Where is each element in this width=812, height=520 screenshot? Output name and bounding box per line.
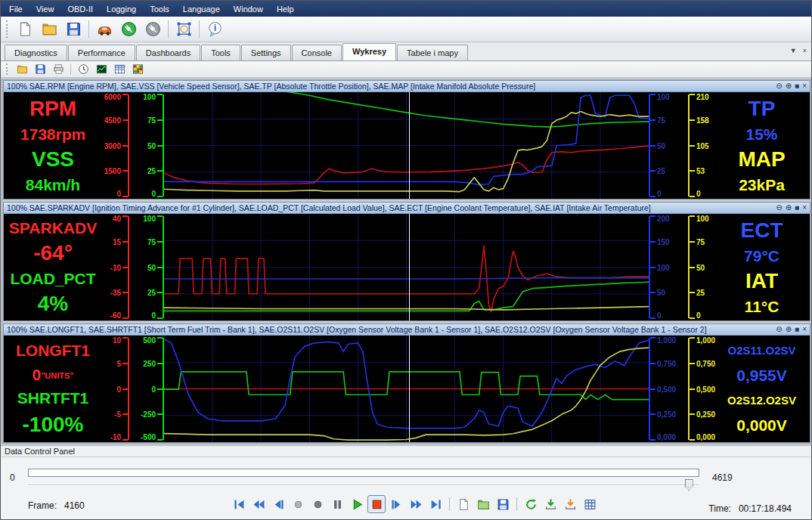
- save-graph-button[interactable]: [32, 62, 48, 76]
- step-forward-button[interactable]: [387, 495, 405, 513]
- o2s11-axis: 1,0000,7500,5000,2500,000: [649, 336, 688, 442]
- chart-panel-header[interactable]: 100% SAE.RPM [Engine RPM], SAE.VSS [Vehi…: [4, 81, 810, 92]
- marker-b-button[interactable]: [308, 495, 327, 513]
- toolbar-grip[interactable]: [6, 63, 9, 75]
- zoom-in-icon[interactable]: ⊕: [786, 82, 792, 90]
- toolbar-separator: [168, 20, 169, 38]
- play-button[interactable]: [348, 495, 366, 513]
- menu-file[interactable]: File: [2, 2, 29, 16]
- zoom-in-icon[interactable]: ⊕: [786, 326, 792, 333]
- marker-b-icon: [311, 498, 324, 511]
- pause-button[interactable]: [328, 495, 346, 513]
- map-view-button[interactable]: [129, 62, 146, 76]
- chart-panel-header[interactable]: 100% SAE.SPARKADV [Ignition Timing Advan…: [4, 203, 810, 214]
- tab-console[interactable]: Console: [292, 45, 342, 60]
- table-view-button[interactable]: [111, 62, 128, 76]
- zoom-out-icon[interactable]: ⊖: [776, 204, 782, 212]
- import-data-button[interactable]: [541, 495, 559, 513]
- ect-value: 79°C: [744, 248, 779, 264]
- about-info-button[interactable]: i: [203, 19, 226, 40]
- open-graph-icon: [17, 63, 28, 75]
- connect-button[interactable]: [117, 19, 140, 40]
- menu-help[interactable]: Help: [270, 2, 301, 16]
- load-pct-value: 4%: [38, 293, 68, 314]
- frame-slider[interactable]: [28, 479, 699, 491]
- menu-window[interactable]: Window: [227, 2, 270, 16]
- graph-view-button[interactable]: [93, 62, 110, 76]
- tab-performance[interactable]: Performance: [68, 45, 135, 60]
- plot-area[interactable]: [164, 214, 649, 320]
- time-readout: Time:00:17:18.494: [708, 503, 792, 514]
- save-file-icon: [66, 21, 82, 37]
- zoom-out-icon[interactable]: ⊖: [776, 82, 782, 90]
- tab-tabele-i-mapy[interactable]: Tabele i mapy: [397, 45, 468, 60]
- restore-icon[interactable]: ■: [795, 204, 799, 212]
- tab-close-icon[interactable]: ×: [803, 47, 807, 54]
- gauge-clock-icon: [78, 63, 89, 75]
- rewind-button[interactable]: [249, 495, 268, 513]
- tab-list-icon[interactable]: ▼: [790, 47, 797, 54]
- plot-area[interactable]: [164, 92, 649, 199]
- disconnect-button[interactable]: [141, 19, 164, 40]
- target-frame-button[interactable]: [172, 19, 195, 40]
- shrtft1-value: -100%: [23, 414, 84, 435]
- menu-logging[interactable]: Logging: [100, 2, 143, 16]
- save-file-button[interactable]: [62, 19, 85, 40]
- close-icon[interactable]: ×: [802, 204, 807, 212]
- skip-to-start-button[interactable]: [230, 495, 248, 513]
- menubar: FileViewOBD-IILoggingToolsLanguageWindow…: [1, 1, 811, 17]
- new-file-button[interactable]: [14, 19, 36, 40]
- export-data-button[interactable]: [561, 495, 579, 513]
- target-frame-icon: [176, 21, 192, 37]
- stop-button[interactable]: [367, 495, 386, 513]
- chart-panel-title: 100% SAE.RPM [Engine RPM], SAE.VSS [Vehi…: [7, 82, 535, 91]
- zoom-out-icon[interactable]: ⊖: [776, 326, 782, 333]
- close-icon[interactable]: ×: [802, 326, 807, 333]
- charts-area: 100% SAE.RPM [Engine RPM], SAE.VSS [Vehi…: [2, 79, 812, 444]
- left-readouts: LONGFT10"UNITS"SHRTFT1-100%: [4, 336, 102, 442]
- zoom-in-icon[interactable]: ⊕: [786, 204, 792, 212]
- marker-a-button[interactable]: [289, 495, 307, 513]
- tab-settings[interactable]: Settings: [241, 45, 291, 60]
- save-graph-icon: [35, 63, 46, 75]
- vehicle-button[interactable]: [93, 19, 116, 40]
- plot-area[interactable]: [164, 336, 649, 442]
- print-graph-button[interactable]: [50, 62, 67, 76]
- tab-diagnostics[interactable]: Diagnostics: [5, 45, 67, 60]
- menu-tools[interactable]: Tools: [143, 2, 176, 16]
- chart-panel-body: LONGFT10"UNITS"SHRTFT1-100% 1050-5-10 50…: [4, 336, 810, 442]
- tab-dashboards[interactable]: Dashboards: [136, 45, 200, 60]
- left-readouts: RPM1738rpmVSS84km/h: [4, 92, 102, 199]
- fast-forward-button[interactable]: [407, 495, 425, 513]
- data-grid-button[interactable]: [581, 495, 599, 513]
- frame-readout: Frame:4160: [28, 500, 85, 511]
- range-max-label: 4619: [712, 472, 733, 483]
- new-log-button[interactable]: [454, 495, 473, 513]
- skip-to-end-button[interactable]: [426, 495, 445, 513]
- o2s12-label: O2S12.O2SV: [727, 395, 796, 406]
- close-icon[interactable]: ×: [802, 82, 807, 90]
- gauge-clock-button[interactable]: [75, 62, 91, 76]
- step-back-button[interactable]: [269, 495, 287, 513]
- menu-view[interactable]: View: [29, 2, 61, 16]
- menu-language[interactable]: Language: [176, 2, 227, 16]
- save-log-button[interactable]: [494, 495, 512, 513]
- chart-canvas: [164, 336, 649, 442]
- chart-panel-body: RPM1738rpmVSS84km/h 60004500300015000 10…: [4, 92, 810, 199]
- open-log-button[interactable]: [474, 495, 492, 513]
- map-label: MAP: [738, 149, 785, 170]
- ect-label: ECT: [741, 220, 783, 241]
- skip-to-end-icon: [429, 498, 442, 511]
- resume-logging-button[interactable]: [522, 495, 540, 513]
- tab-wykresy[interactable]: Wykresy: [342, 43, 396, 60]
- menu-obd2[interactable]: OBD-II: [60, 2, 100, 16]
- tab-tools[interactable]: Tools: [201, 45, 240, 60]
- open-file-button[interactable]: [38, 19, 60, 40]
- restore-icon[interactable]: ■: [795, 326, 799, 333]
- open-graph-button[interactable]: [14, 62, 30, 76]
- restore-icon[interactable]: ■: [795, 82, 799, 90]
- chart-panel-header[interactable]: 100% SAE.LONGFT1, SAE.SHRTFT1 [Short Ter…: [4, 324, 810, 336]
- toolbar-grip[interactable]: [6, 20, 9, 38]
- vehicle-icon: [97, 21, 113, 37]
- frame-slider-thumb[interactable]: [685, 479, 693, 491]
